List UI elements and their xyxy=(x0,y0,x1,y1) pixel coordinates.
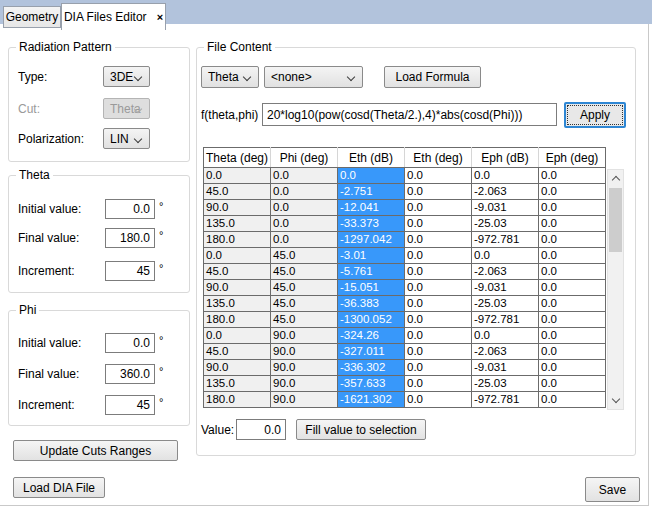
table-cell[interactable]: 0.0 xyxy=(204,328,271,344)
table-cell[interactable]: 0.0 xyxy=(271,216,338,232)
fill-value-button[interactable]: Fill value to selection xyxy=(296,419,426,440)
table-cell[interactable]: 0.0 xyxy=(271,168,338,184)
scroll-down-icon[interactable] xyxy=(608,393,623,408)
table-cell[interactable]: 0.0 xyxy=(405,168,472,184)
table-cell[interactable]: 0.0 xyxy=(271,200,338,216)
table-cell[interactable]: 0.0 xyxy=(539,328,606,344)
table-cell[interactable]: 0.0 xyxy=(405,264,472,280)
table-cell[interactable]: 0.0 xyxy=(204,248,271,264)
table-cell[interactable]: 0.0 xyxy=(271,232,338,248)
table-cell[interactable]: -25.03 xyxy=(472,216,539,232)
table-cell[interactable]: -25.03 xyxy=(472,376,539,392)
table-cell[interactable]: 0.0 xyxy=(539,344,606,360)
table-cell[interactable]: 45.0 xyxy=(204,344,271,360)
column-header[interactable]: Theta (deg) xyxy=(204,148,271,168)
apply-button[interactable]: Apply xyxy=(564,102,626,128)
table-cell[interactable]: -36.383 xyxy=(338,296,405,312)
table-cell[interactable]: 0.0 xyxy=(405,392,472,408)
table-cell[interactable]: -1621.302 xyxy=(338,392,405,408)
load-formula-button[interactable]: Load Formula xyxy=(384,66,481,88)
table-cell[interactable]: 0.0 xyxy=(539,184,606,200)
table-cell[interactable]: 0.0 xyxy=(405,376,472,392)
table-cell[interactable]: 90.0 xyxy=(204,280,271,296)
table-cell[interactable]: -2.063 xyxy=(472,264,539,280)
table-cell[interactable]: -357.633 xyxy=(338,376,405,392)
table-cell[interactable]: 135.0 xyxy=(204,216,271,232)
table-cell[interactable]: 0.0 xyxy=(472,248,539,264)
table-cell[interactable]: -324.26 xyxy=(338,328,405,344)
table-cell[interactable]: 0.0 xyxy=(539,168,606,184)
table-cell[interactable]: -15.051 xyxy=(338,280,405,296)
close-icon[interactable]: × xyxy=(157,12,163,23)
table-cell[interactable]: -5.761 xyxy=(338,264,405,280)
update-cuts-ranges-button[interactable]: Update Cuts Ranges xyxy=(13,440,178,461)
phi-increment-input[interactable] xyxy=(105,395,155,415)
theta-final-input[interactable] xyxy=(105,228,155,248)
table-cell[interactable]: 0.0 xyxy=(539,232,606,248)
formula-select-combo[interactable]: <none> xyxy=(264,66,363,88)
table-cell[interactable]: 0.0 xyxy=(405,328,472,344)
column-select-combo[interactable]: Theta xyxy=(201,66,259,88)
table-cell[interactable]: -2.063 xyxy=(472,344,539,360)
table-cell[interactable]: 0.0 xyxy=(472,328,539,344)
table-cell[interactable]: 0.0 xyxy=(405,200,472,216)
table-cell[interactable]: 135.0 xyxy=(204,296,271,312)
table-cell[interactable]: 0.0 xyxy=(271,184,338,200)
scrollbar-thumb[interactable] xyxy=(609,188,622,252)
table-cell[interactable]: 180.0 xyxy=(204,232,271,248)
table-cell[interactable]: -972.781 xyxy=(472,312,539,328)
table-cell[interactable]: 0.0 xyxy=(539,312,606,328)
table-scrollbar[interactable] xyxy=(607,169,624,410)
type-combo[interactable]: 3DE xyxy=(103,66,150,87)
table-cell[interactable]: 0.0 xyxy=(539,296,606,312)
table-cell[interactable]: -2.063 xyxy=(472,184,539,200)
table-cell[interactable]: 0.0 xyxy=(539,392,606,408)
table-cell[interactable]: -33.373 xyxy=(338,216,405,232)
table-cell[interactable]: 90.0 xyxy=(271,344,338,360)
table-cell[interactable]: 45.0 xyxy=(204,264,271,280)
table-cell[interactable]: 0.0 xyxy=(405,280,472,296)
table-cell[interactable]: 0.0 xyxy=(539,376,606,392)
formula-input[interactable] xyxy=(262,103,557,126)
table-cell[interactable]: -972.781 xyxy=(472,392,539,408)
value-input[interactable] xyxy=(236,419,286,440)
table-cell[interactable]: 0.0 xyxy=(539,360,606,376)
table-cell[interactable]: 0.0 xyxy=(405,312,472,328)
table-cell[interactable]: 0.0 xyxy=(539,216,606,232)
table-cell[interactable]: 0.0 xyxy=(405,232,472,248)
table-cell[interactable]: 0.0 xyxy=(539,248,606,264)
table-cell[interactable]: -1297.042 xyxy=(338,232,405,248)
table-cell[interactable]: 90.0 xyxy=(204,200,271,216)
load-dia-file-button[interactable]: Load DIA File xyxy=(13,477,105,498)
table-cell[interactable]: 45.0 xyxy=(271,264,338,280)
polarization-combo[interactable]: LIN xyxy=(103,128,150,149)
table-cell[interactable]: 90.0 xyxy=(271,376,338,392)
table-cell[interactable]: 45.0 xyxy=(271,248,338,264)
table-cell[interactable]: 0.0 xyxy=(405,360,472,376)
table-cell[interactable]: -25.03 xyxy=(472,296,539,312)
table-cell[interactable]: 0.0 xyxy=(539,280,606,296)
table-cell[interactable]: -9.031 xyxy=(472,200,539,216)
table-cell[interactable]: 90.0 xyxy=(204,360,271,376)
table-cell[interactable]: 45.0 xyxy=(271,280,338,296)
table-cell[interactable]: 45.0 xyxy=(204,184,271,200)
table-cell[interactable]: 0.0 xyxy=(472,168,539,184)
table-cell[interactable]: -3.01 xyxy=(338,248,405,264)
scroll-up-icon[interactable] xyxy=(608,171,623,186)
table-cell[interactable]: 90.0 xyxy=(271,360,338,376)
column-header[interactable]: Phi (deg) xyxy=(271,148,338,168)
table-cell[interactable]: -1300.052 xyxy=(338,312,405,328)
tab-dia-files-editor[interactable]: DIA Files Editor × xyxy=(61,3,166,30)
table-cell[interactable]: -12.041 xyxy=(338,200,405,216)
table-cell[interactable]: -972.781 xyxy=(472,232,539,248)
table-cell[interactable]: 135.0 xyxy=(204,376,271,392)
table-cell[interactable]: -336.302 xyxy=(338,360,405,376)
table-cell[interactable]: 180.0 xyxy=(204,312,271,328)
table-cell[interactable]: 45.0 xyxy=(271,312,338,328)
column-header[interactable]: Eth (deg) xyxy=(405,148,472,168)
table-cell[interactable]: -2.751 xyxy=(338,184,405,200)
table-cell[interactable]: 0.0 xyxy=(405,216,472,232)
table-cell[interactable]: 90.0 xyxy=(271,328,338,344)
phi-initial-input[interactable] xyxy=(105,333,155,353)
tab-geometry[interactable]: Geometry xyxy=(3,6,61,28)
